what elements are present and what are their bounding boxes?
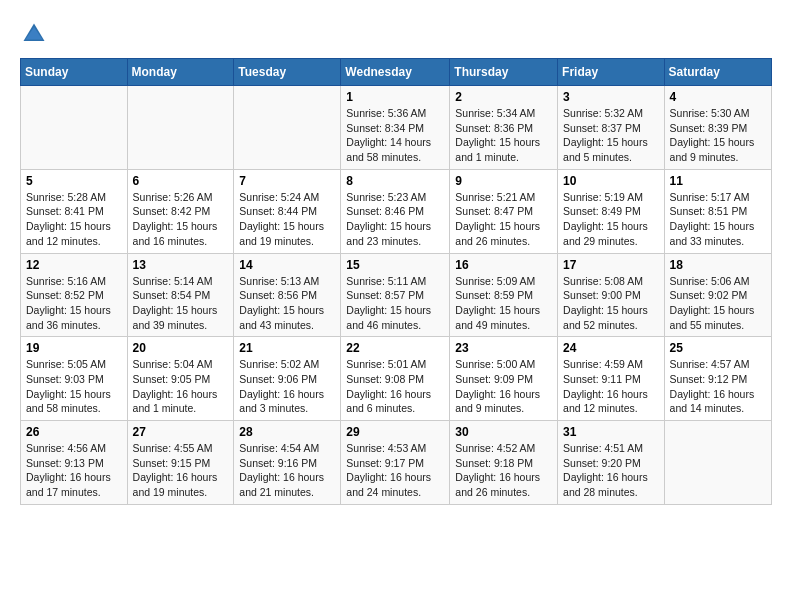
calendar-cell: 4Sunrise: 5:30 AMSunset: 8:39 PMDaylight… <box>664 86 771 170</box>
calendar-cell: 17Sunrise: 5:08 AMSunset: 9:00 PMDayligh… <box>558 253 665 337</box>
calendar-cell: 15Sunrise: 5:11 AMSunset: 8:57 PMDayligh… <box>341 253 450 337</box>
day-number: 5 <box>26 174 122 188</box>
calendar-cell: 25Sunrise: 4:57 AMSunset: 9:12 PMDayligh… <box>664 337 771 421</box>
day-info: Sunrise: 5:08 AMSunset: 9:00 PMDaylight:… <box>563 274 659 333</box>
day-number: 20 <box>133 341 229 355</box>
day-number: 29 <box>346 425 444 439</box>
day-number: 7 <box>239 174 335 188</box>
day-info: Sunrise: 5:36 AMSunset: 8:34 PMDaylight:… <box>346 106 444 165</box>
calendar-cell: 22Sunrise: 5:01 AMSunset: 9:08 PMDayligh… <box>341 337 450 421</box>
day-info: Sunrise: 4:51 AMSunset: 9:20 PMDaylight:… <box>563 441 659 500</box>
day-info: Sunrise: 5:14 AMSunset: 8:54 PMDaylight:… <box>133 274 229 333</box>
header-tuesday: Tuesday <box>234 59 341 86</box>
day-number: 10 <box>563 174 659 188</box>
calendar-cell: 12Sunrise: 5:16 AMSunset: 8:52 PMDayligh… <box>21 253 128 337</box>
calendar-cell: 18Sunrise: 5:06 AMSunset: 9:02 PMDayligh… <box>664 253 771 337</box>
calendar-cell: 3Sunrise: 5:32 AMSunset: 8:37 PMDaylight… <box>558 86 665 170</box>
calendar-cell: 1Sunrise: 5:36 AMSunset: 8:34 PMDaylight… <box>341 86 450 170</box>
day-number: 28 <box>239 425 335 439</box>
day-info: Sunrise: 5:00 AMSunset: 9:09 PMDaylight:… <box>455 357 552 416</box>
header-friday: Friday <box>558 59 665 86</box>
calendar-cell: 11Sunrise: 5:17 AMSunset: 8:51 PMDayligh… <box>664 169 771 253</box>
day-info: Sunrise: 5:06 AMSunset: 9:02 PMDaylight:… <box>670 274 766 333</box>
day-info: Sunrise: 4:53 AMSunset: 9:17 PMDaylight:… <box>346 441 444 500</box>
day-info: Sunrise: 5:13 AMSunset: 8:56 PMDaylight:… <box>239 274 335 333</box>
day-info: Sunrise: 5:11 AMSunset: 8:57 PMDaylight:… <box>346 274 444 333</box>
calendar-week-row: 5Sunrise: 5:28 AMSunset: 8:41 PMDaylight… <box>21 169 772 253</box>
calendar-cell: 8Sunrise: 5:23 AMSunset: 8:46 PMDaylight… <box>341 169 450 253</box>
day-number: 17 <box>563 258 659 272</box>
day-info: Sunrise: 5:23 AMSunset: 8:46 PMDaylight:… <box>346 190 444 249</box>
calendar-cell: 27Sunrise: 4:55 AMSunset: 9:15 PMDayligh… <box>127 421 234 505</box>
day-number: 21 <box>239 341 335 355</box>
calendar-cell: 21Sunrise: 5:02 AMSunset: 9:06 PMDayligh… <box>234 337 341 421</box>
day-info: Sunrise: 5:26 AMSunset: 8:42 PMDaylight:… <box>133 190 229 249</box>
day-info: Sunrise: 5:05 AMSunset: 9:03 PMDaylight:… <box>26 357 122 416</box>
day-info: Sunrise: 5:34 AMSunset: 8:36 PMDaylight:… <box>455 106 552 165</box>
day-number: 2 <box>455 90 552 104</box>
calendar-cell: 16Sunrise: 5:09 AMSunset: 8:59 PMDayligh… <box>450 253 558 337</box>
calendar-cell: 20Sunrise: 5:04 AMSunset: 9:05 PMDayligh… <box>127 337 234 421</box>
calendar-week-row: 12Sunrise: 5:16 AMSunset: 8:52 PMDayligh… <box>21 253 772 337</box>
day-info: Sunrise: 4:59 AMSunset: 9:11 PMDaylight:… <box>563 357 659 416</box>
day-number: 11 <box>670 174 766 188</box>
day-number: 14 <box>239 258 335 272</box>
calendar-week-row: 1Sunrise: 5:36 AMSunset: 8:34 PMDaylight… <box>21 86 772 170</box>
day-info: Sunrise: 4:56 AMSunset: 9:13 PMDaylight:… <box>26 441 122 500</box>
day-number: 6 <box>133 174 229 188</box>
calendar-week-row: 19Sunrise: 5:05 AMSunset: 9:03 PMDayligh… <box>21 337 772 421</box>
day-number: 15 <box>346 258 444 272</box>
calendar-cell <box>664 421 771 505</box>
day-number: 26 <box>26 425 122 439</box>
day-number: 8 <box>346 174 444 188</box>
day-number: 1 <box>346 90 444 104</box>
calendar-cell: 9Sunrise: 5:21 AMSunset: 8:47 PMDaylight… <box>450 169 558 253</box>
calendar-table: SundayMondayTuesdayWednesdayThursdayFrid… <box>20 58 772 505</box>
day-info: Sunrise: 5:21 AMSunset: 8:47 PMDaylight:… <box>455 190 552 249</box>
day-info: Sunrise: 4:55 AMSunset: 9:15 PMDaylight:… <box>133 441 229 500</box>
calendar-cell: 24Sunrise: 4:59 AMSunset: 9:11 PMDayligh… <box>558 337 665 421</box>
header-sunday: Sunday <box>21 59 128 86</box>
day-number: 13 <box>133 258 229 272</box>
calendar-cell: 19Sunrise: 5:05 AMSunset: 9:03 PMDayligh… <box>21 337 128 421</box>
calendar-week-row: 26Sunrise: 4:56 AMSunset: 9:13 PMDayligh… <box>21 421 772 505</box>
calendar-cell: 5Sunrise: 5:28 AMSunset: 8:41 PMDaylight… <box>21 169 128 253</box>
day-number: 30 <box>455 425 552 439</box>
day-number: 22 <box>346 341 444 355</box>
day-number: 16 <box>455 258 552 272</box>
day-info: Sunrise: 4:54 AMSunset: 9:16 PMDaylight:… <box>239 441 335 500</box>
header-wednesday: Wednesday <box>341 59 450 86</box>
day-number: 25 <box>670 341 766 355</box>
day-info: Sunrise: 5:01 AMSunset: 9:08 PMDaylight:… <box>346 357 444 416</box>
header-monday: Monday <box>127 59 234 86</box>
calendar-cell: 29Sunrise: 4:53 AMSunset: 9:17 PMDayligh… <box>341 421 450 505</box>
day-number: 18 <box>670 258 766 272</box>
day-number: 31 <box>563 425 659 439</box>
calendar-cell <box>21 86 128 170</box>
day-number: 9 <box>455 174 552 188</box>
calendar-cell: 13Sunrise: 5:14 AMSunset: 8:54 PMDayligh… <box>127 253 234 337</box>
header-thursday: Thursday <box>450 59 558 86</box>
calendar-cell: 10Sunrise: 5:19 AMSunset: 8:49 PMDayligh… <box>558 169 665 253</box>
calendar-cell: 31Sunrise: 4:51 AMSunset: 9:20 PMDayligh… <box>558 421 665 505</box>
calendar-cell: 23Sunrise: 5:00 AMSunset: 9:09 PMDayligh… <box>450 337 558 421</box>
calendar-cell: 2Sunrise: 5:34 AMSunset: 8:36 PMDaylight… <box>450 86 558 170</box>
day-number: 3 <box>563 90 659 104</box>
day-info: Sunrise: 4:52 AMSunset: 9:18 PMDaylight:… <box>455 441 552 500</box>
day-info: Sunrise: 5:04 AMSunset: 9:05 PMDaylight:… <box>133 357 229 416</box>
day-number: 23 <box>455 341 552 355</box>
calendar-cell: 30Sunrise: 4:52 AMSunset: 9:18 PMDayligh… <box>450 421 558 505</box>
day-number: 19 <box>26 341 122 355</box>
calendar-cell: 28Sunrise: 4:54 AMSunset: 9:16 PMDayligh… <box>234 421 341 505</box>
logo-icon <box>20 20 48 48</box>
calendar-cell <box>127 86 234 170</box>
calendar-cell: 6Sunrise: 5:26 AMSunset: 8:42 PMDaylight… <box>127 169 234 253</box>
page-header <box>20 20 772 48</box>
logo <box>20 20 52 48</box>
day-info: Sunrise: 5:16 AMSunset: 8:52 PMDaylight:… <box>26 274 122 333</box>
calendar-header-row: SundayMondayTuesdayWednesdayThursdayFrid… <box>21 59 772 86</box>
calendar-cell: 7Sunrise: 5:24 AMSunset: 8:44 PMDaylight… <box>234 169 341 253</box>
calendar-cell: 26Sunrise: 4:56 AMSunset: 9:13 PMDayligh… <box>21 421 128 505</box>
day-number: 4 <box>670 90 766 104</box>
calendar-cell <box>234 86 341 170</box>
